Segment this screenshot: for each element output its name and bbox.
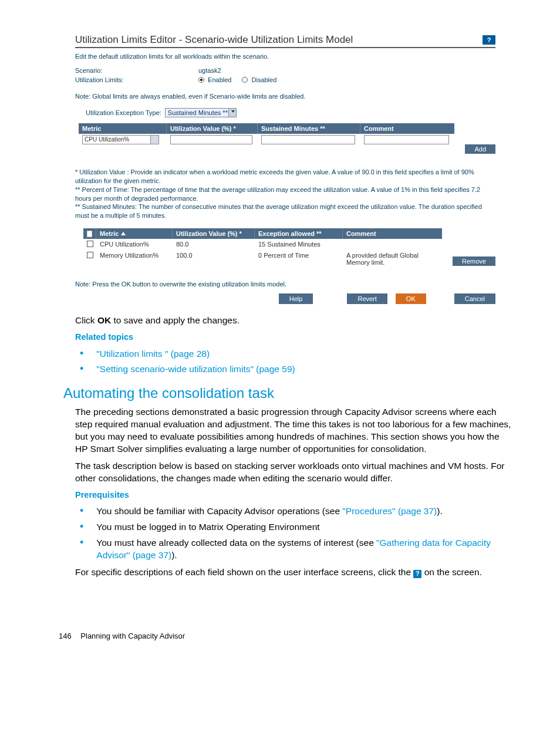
link-procedures[interactable]: "Procedures" (page 37) — [342, 506, 437, 516]
list-item: You should be familiar with Capacity Adv… — [96, 505, 514, 518]
utilization-limits-label: Utilization Limits: — [75, 76, 198, 83]
radio-enabled[interactable]: Enabled — [198, 76, 231, 83]
radio-disabled[interactable]: Disabled — [242, 76, 276, 83]
page-number: 146 — [59, 632, 72, 640]
bullet-icon: • — [80, 363, 83, 374]
ok-button[interactable]: OK — [396, 293, 426, 304]
help-icon: ? — [413, 570, 421, 578]
row-checkbox[interactable] — [87, 241, 93, 247]
utilization-value-input[interactable] — [170, 135, 252, 144]
paragraph: The task description below is based on s… — [75, 460, 514, 485]
list-item: You must have already collected data on … — [96, 537, 514, 562]
link-setting-scenario-wide[interactable]: "Setting scenario-wide utilization limit… — [96, 364, 295, 374]
table-row: CPU Utilization% 80.0 15 Sustained Minut… — [83, 239, 442, 250]
entry-table-header: Metric Utilization Value (%) * Sustained… — [79, 123, 454, 134]
comment-input[interactable] — [364, 135, 449, 144]
dialog-subtitle: Edit the default utilization limits for … — [75, 53, 495, 60]
page-footer: 146 Planning with Capacity Advisor — [29, 632, 531, 640]
section-heading: Automating the consolidation task — [63, 385, 531, 401]
help-icon[interactable]: ? — [483, 35, 495, 45]
scenario-value: ugtask2 — [198, 67, 221, 74]
explanation-text: * Utilization Value : Provide an indicat… — [75, 168, 495, 220]
select-all-checkbox[interactable] — [87, 231, 92, 237]
bullet-icon: • — [80, 537, 83, 548]
sustained-minutes-input[interactable] — [261, 135, 355, 144]
help-button[interactable]: Help — [279, 293, 313, 304]
remove-button[interactable]: Remove — [453, 256, 495, 266]
prerequisites-heading: Prerequisites — [75, 490, 514, 501]
paragraph: For specific descriptions of each field … — [75, 566, 514, 579]
add-button[interactable]: Add — [465, 144, 495, 154]
revert-button[interactable]: Revert — [347, 293, 387, 304]
overwrite-note: Note: Press the OK button to overwrite t… — [75, 281, 495, 288]
table-row: Memory Utilization% 100.0 0 Percent of T… — [83, 250, 442, 268]
scenario-label: Scenario: — [75, 67, 198, 74]
link-utilization-limits[interactable]: "Utilization limits " (page 28) — [96, 349, 210, 359]
exception-type-label: Utilization Exception Type: — [86, 109, 161, 116]
cancel-button[interactable]: Cancel — [454, 293, 495, 304]
list-table-header: Metric Utilization Value (%) * Exception… — [83, 228, 442, 239]
exception-type-select[interactable]: Sustained Minutes ** — [165, 108, 237, 117]
bullet-icon: • — [80, 348, 83, 359]
related-topics-heading: Related topics — [75, 332, 514, 343]
row-checkbox[interactable] — [87, 252, 93, 258]
list-item: You must be logged in to Matrix Operatin… — [96, 521, 514, 534]
instruction-text: Click OK to save and apply the changes. — [75, 315, 514, 327]
entry-table-row: CPU Utilization% — [79, 134, 454, 146]
metric-select[interactable]: CPU Utilization% — [82, 135, 159, 144]
sort-arrow-icon[interactable] — [121, 232, 126, 235]
bullet-icon: • — [80, 505, 83, 516]
footer-title: Planning with Capacity Advisor — [80, 632, 185, 640]
global-limits-note: Note: Global limits are always enabled, … — [75, 93, 495, 100]
dialog-title: Utilization Limits Editor - Scenario-wid… — [75, 34, 353, 46]
bullet-icon: • — [80, 521, 83, 532]
screenshot-figure: Utilization Limits Editor - Scenario-wid… — [75, 34, 495, 304]
paragraph: The preceding sections demonstrated a ba… — [75, 406, 514, 455]
